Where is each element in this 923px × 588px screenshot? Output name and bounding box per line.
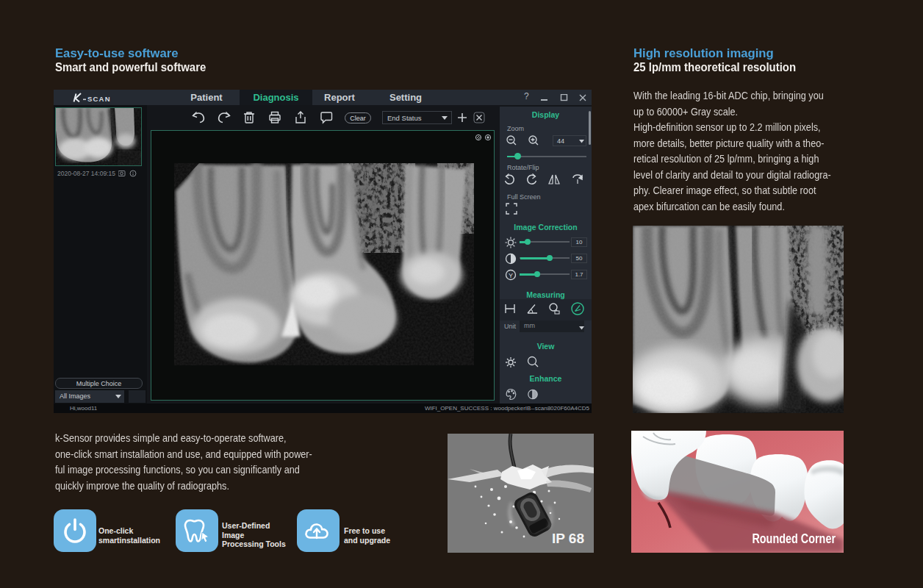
svg-text:Y: Y <box>509 272 513 279</box>
svg-text:SCAN: SCAN <box>87 95 111 103</box>
